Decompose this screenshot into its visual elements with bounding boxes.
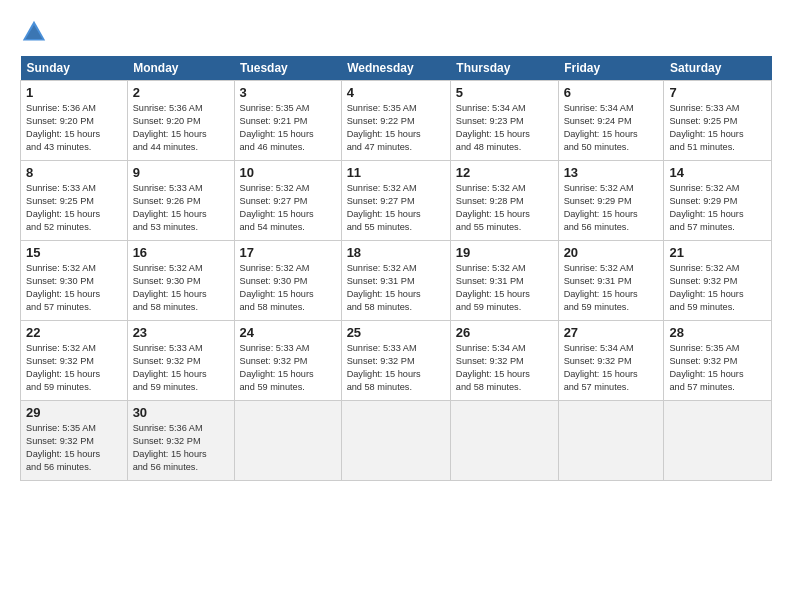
logo: [20, 18, 50, 46]
weekday-header-monday: Monday: [127, 56, 234, 81]
calendar-cell: [664, 401, 772, 481]
calendar-cell: [234, 401, 341, 481]
weekday-header-thursday: Thursday: [450, 56, 558, 81]
calendar-cell: 23Sunrise: 5:33 AM Sunset: 9:32 PM Dayli…: [127, 321, 234, 401]
weekday-header-wednesday: Wednesday: [341, 56, 450, 81]
calendar-cell: 22Sunrise: 5:32 AM Sunset: 9:32 PM Dayli…: [21, 321, 128, 401]
calendar-cell: 12Sunrise: 5:32 AM Sunset: 9:28 PM Dayli…: [450, 161, 558, 241]
header: [20, 18, 772, 46]
calendar-row: 8Sunrise: 5:33 AM Sunset: 9:25 PM Daylig…: [21, 161, 772, 241]
calendar-cell: 20Sunrise: 5:32 AM Sunset: 9:31 PM Dayli…: [558, 241, 664, 321]
calendar-cell: 3Sunrise: 5:35 AM Sunset: 9:21 PM Daylig…: [234, 81, 341, 161]
calendar-cell: 9Sunrise: 5:33 AM Sunset: 9:26 PM Daylig…: [127, 161, 234, 241]
calendar-cell: 10Sunrise: 5:32 AM Sunset: 9:27 PM Dayli…: [234, 161, 341, 241]
calendar-cell: 13Sunrise: 5:32 AM Sunset: 9:29 PM Dayli…: [558, 161, 664, 241]
calendar-cell: 5Sunrise: 5:34 AM Sunset: 9:23 PM Daylig…: [450, 81, 558, 161]
weekday-header-saturday: Saturday: [664, 56, 772, 81]
calendar-cell: 27Sunrise: 5:34 AM Sunset: 9:32 PM Dayli…: [558, 321, 664, 401]
calendar-cell: 11Sunrise: 5:32 AM Sunset: 9:27 PM Dayli…: [341, 161, 450, 241]
calendar-row: 15Sunrise: 5:32 AM Sunset: 9:30 PM Dayli…: [21, 241, 772, 321]
calendar-cell: 14Sunrise: 5:32 AM Sunset: 9:29 PM Dayli…: [664, 161, 772, 241]
weekday-header-row: SundayMondayTuesdayWednesdayThursdayFrid…: [21, 56, 772, 81]
calendar-cell: 30Sunrise: 5:36 AM Sunset: 9:32 PM Dayli…: [127, 401, 234, 481]
calendar-cell: 29Sunrise: 5:35 AM Sunset: 9:32 PM Dayli…: [21, 401, 128, 481]
calendar-cell: 16Sunrise: 5:32 AM Sunset: 9:30 PM Dayli…: [127, 241, 234, 321]
calendar-cell: 1Sunrise: 5:36 AM Sunset: 9:20 PM Daylig…: [21, 81, 128, 161]
calendar-cell: 8Sunrise: 5:33 AM Sunset: 9:25 PM Daylig…: [21, 161, 128, 241]
calendar-cell: [558, 401, 664, 481]
calendar-cell: 7Sunrise: 5:33 AM Sunset: 9:25 PM Daylig…: [664, 81, 772, 161]
calendar-row: 1Sunrise: 5:36 AM Sunset: 9:20 PM Daylig…: [21, 81, 772, 161]
calendar-cell: 4Sunrise: 5:35 AM Sunset: 9:22 PM Daylig…: [341, 81, 450, 161]
weekday-header-friday: Friday: [558, 56, 664, 81]
page: SundayMondayTuesdayWednesdayThursdayFrid…: [0, 0, 792, 491]
calendar-cell: [450, 401, 558, 481]
calendar-row: 29Sunrise: 5:35 AM Sunset: 9:32 PM Dayli…: [21, 401, 772, 481]
weekday-header-sunday: Sunday: [21, 56, 128, 81]
calendar-row: 22Sunrise: 5:32 AM Sunset: 9:32 PM Dayli…: [21, 321, 772, 401]
calendar-cell: 18Sunrise: 5:32 AM Sunset: 9:31 PM Dayli…: [341, 241, 450, 321]
calendar-table: SundayMondayTuesdayWednesdayThursdayFrid…: [20, 56, 772, 481]
weekday-header-tuesday: Tuesday: [234, 56, 341, 81]
calendar-cell: 25Sunrise: 5:33 AM Sunset: 9:32 PM Dayli…: [341, 321, 450, 401]
calendar-cell: 6Sunrise: 5:34 AM Sunset: 9:24 PM Daylig…: [558, 81, 664, 161]
calendar-cell: 17Sunrise: 5:32 AM Sunset: 9:30 PM Dayli…: [234, 241, 341, 321]
logo-icon: [20, 18, 48, 46]
calendar-cell: 28Sunrise: 5:35 AM Sunset: 9:32 PM Dayli…: [664, 321, 772, 401]
calendar-cell: [341, 401, 450, 481]
calendar-cell: 26Sunrise: 5:34 AM Sunset: 9:32 PM Dayli…: [450, 321, 558, 401]
calendar-cell: 15Sunrise: 5:32 AM Sunset: 9:30 PM Dayli…: [21, 241, 128, 321]
calendar-cell: 21Sunrise: 5:32 AM Sunset: 9:32 PM Dayli…: [664, 241, 772, 321]
calendar-cell: 2Sunrise: 5:36 AM Sunset: 9:20 PM Daylig…: [127, 81, 234, 161]
calendar-cell: 24Sunrise: 5:33 AM Sunset: 9:32 PM Dayli…: [234, 321, 341, 401]
calendar-cell: 19Sunrise: 5:32 AM Sunset: 9:31 PM Dayli…: [450, 241, 558, 321]
